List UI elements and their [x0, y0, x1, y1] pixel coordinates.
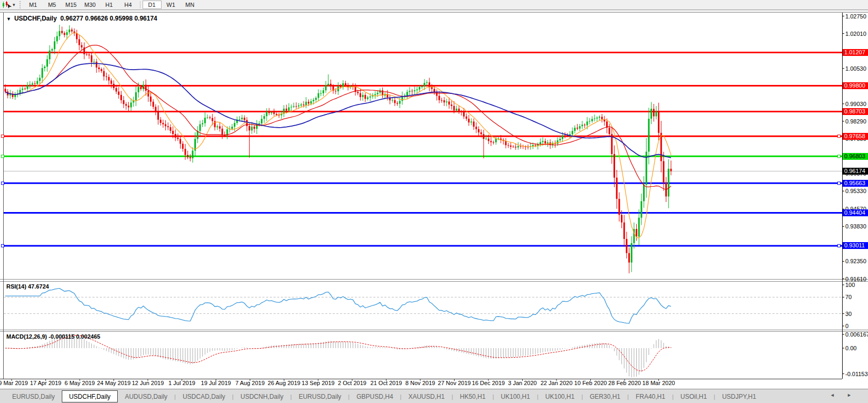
chart-background — [0, 13, 868, 379]
chart-tab-uk100-h1[interactable]: UK100,H1 — [539, 390, 581, 402]
timeframe-button-m5[interactable]: M5 — [43, 1, 62, 9]
chart-cursor-icon[interactable] — [1, 1, 13, 9]
price-flag-0.95663: 0.95663 — [843, 180, 868, 187]
price-flag-0.96803: 0.96803 — [843, 153, 868, 160]
chart-tab-uk100-h1[interactable]: UK100,H1 — [494, 390, 537, 402]
line-handle[interactable] — [2, 135, 4, 138]
date-label: 28 Feb 2020 — [608, 380, 641, 386]
price-tick: 0.91610 — [845, 276, 868, 282]
price-flag-1.01207: 1.01207 — [843, 49, 868, 56]
price-tick: 1.02010 — [845, 31, 868, 37]
date-label: 1 Jul 2019 — [168, 380, 195, 386]
current-price-flag: 0.96174 — [843, 168, 868, 175]
timeframe-button-h1[interactable]: H1 — [100, 1, 119, 9]
chart-tab-ger30-h1[interactable]: GER30,H1 — [583, 390, 627, 402]
chart-tab-xauusd-h1[interactable]: XAUUSD,H1 — [401, 390, 451, 402]
price-tick: 1.00530 — [845, 65, 868, 72]
macd-tick: 0.006167 — [845, 331, 868, 338]
price-tick: 0.93830 — [845, 223, 868, 229]
date-label: 2 Oct 2019 — [338, 380, 366, 386]
chart-tab-gbpusd-h4[interactable]: GBPUSD,H4 — [350, 390, 400, 402]
timeframe-button-h4[interactable]: H4 — [119, 1, 138, 9]
chart-tab-usoil-h1[interactable]: USOil,H1 — [674, 390, 714, 402]
timeframe-button-w1[interactable]: W1 — [162, 1, 181, 9]
price-flag-0.94404: 0.94404 — [843, 209, 868, 216]
macd-tick: -0.011531 — [845, 371, 868, 377]
chart-tab-usdcnh-daily[interactable]: USDCNH,Daily — [233, 390, 290, 402]
chart-ohlc-values: 0.96277 0.96626 0.95998 0.96174 — [60, 15, 157, 22]
date-label: 12 Jun 2019 — [132, 380, 164, 386]
rsi-tick: 30 — [845, 311, 868, 317]
line-handle[interactable] — [838, 155, 841, 158]
date-label: 17 Apr 2019 — [30, 380, 61, 386]
toolbar-dropdown-caret[interactable]: ▾ — [13, 2, 15, 7]
line-handle[interactable] — [838, 244, 841, 247]
date-label: 16 Dec 2019 — [472, 380, 505, 386]
chart-tab-bar: EURUSD,DailyUSDCHF,DailyAUDUSD,Daily|USD… — [0, 389, 868, 403]
line-handle[interactable] — [838, 182, 841, 185]
timeframe-toolbar: ▾ M1M5M15M30H1H4D1W1MN — [0, 0, 868, 10]
date-label: 27 Nov 2019 — [438, 380, 470, 386]
date-label: 19 Jul 2019 — [201, 380, 231, 386]
line-handle[interactable] — [838, 135, 841, 138]
date-label: 7 Aug 2019 — [235, 380, 265, 386]
date-label: 10 Feb 2020 — [574, 380, 607, 386]
chart-tab-usdcad-daily[interactable]: USDCAD,Daily — [176, 390, 232, 402]
price-flag-0.97658: 0.97658 — [843, 133, 868, 140]
date-label: 26 Aug 2019 — [268, 380, 300, 386]
line-handle[interactable] — [2, 182, 4, 185]
chart-tab-audusd-daily[interactable]: AUDUSD,Daily — [118, 390, 174, 402]
tab-scroll-left-icon[interactable]: ◄ — [830, 392, 835, 398]
macd-tick: 0.00 — [845, 345, 868, 351]
price-flag-0.99800: 0.99800 — [843, 82, 868, 89]
toolbar-separator — [140, 1, 140, 8]
timeframe-button-d1[interactable]: D1 — [143, 1, 162, 9]
price-tick: 1.02750 — [845, 13, 868, 20]
chart-symbol-period: USDCHF,Daily — [14, 15, 57, 22]
mt4-window: ▾ M1M5M15M30H1H4D1W1MN ▼USDCHF,Daily 0.9… — [0, 0, 868, 403]
date-label: 29 Mar 2019 — [0, 380, 28, 386]
price-tick: 0.98290 — [845, 118, 868, 124]
chart-tab-usdchf-daily[interactable]: USDCHF,Daily — [62, 390, 118, 402]
chart-menu-caret[interactable]: ▼ — [6, 16, 11, 22]
price-tick: 0.99030 — [845, 101, 868, 107]
timeframe-button-m1[interactable]: M1 — [24, 1, 43, 9]
date-label: 6 May 2019 — [64, 380, 95, 386]
timeframe-button-m30[interactable]: M30 — [81, 1, 100, 9]
date-label: 13 Sep 2019 — [301, 380, 334, 386]
chart-tab-hk50-h1[interactable]: HK50,H1 — [453, 390, 493, 402]
date-label: 24 May 2019 — [97, 380, 131, 386]
rsi-tick: 100 — [845, 282, 868, 288]
chart-tab-eurusd-daily[interactable]: EURUSD,Daily — [292, 390, 348, 402]
price-tick: 0.92350 — [845, 258, 868, 264]
tab-scroll-right-icon[interactable]: ► — [847, 392, 852, 398]
date-label: 22 Jan 2020 — [541, 380, 573, 386]
timeframe-button-mn[interactable]: MN — [181, 1, 200, 9]
chart-tab-usdjpy-h1[interactable]: USDJPY,H1 — [715, 390, 763, 402]
line-handle[interactable] — [2, 155, 4, 158]
toolbar-grip[interactable] — [20, 1, 21, 8]
date-label: 18 Mar 2020 — [643, 380, 675, 386]
timeframe-button-m15[interactable]: M15 — [62, 1, 81, 9]
rsi-label: RSI(14) 47.6724 — [6, 283, 49, 290]
macd-label: MACD(12,26,9) -0.000115 0.002465 — [6, 333, 100, 340]
line-handle[interactable] — [2, 244, 4, 247]
rsi-tick: 70 — [845, 294, 868, 300]
chart-tab-eurusd-daily[interactable]: EURUSD,Daily — [5, 390, 62, 402]
date-label: 21 Oct 2019 — [371, 380, 402, 386]
date-label: 8 Nov 2019 — [405, 380, 435, 386]
date-label: 3 Jan 2020 — [508, 380, 536, 386]
price-tick: 0.95330 — [845, 188, 868, 194]
chart-title: ▼USDCHF,Daily 0.96277 0.96626 0.95998 0.… — [6, 15, 157, 22]
chart-canvas[interactable] — [0, 0, 868, 403]
rsi-tick: 0 — [845, 323, 868, 329]
chart-tab-fra40-h1[interactable]: FRA40,H1 — [629, 390, 672, 402]
price-flag-0.98703: 0.98703 — [843, 108, 868, 115]
price-flag-0.93011: 0.93011 — [843, 242, 868, 249]
